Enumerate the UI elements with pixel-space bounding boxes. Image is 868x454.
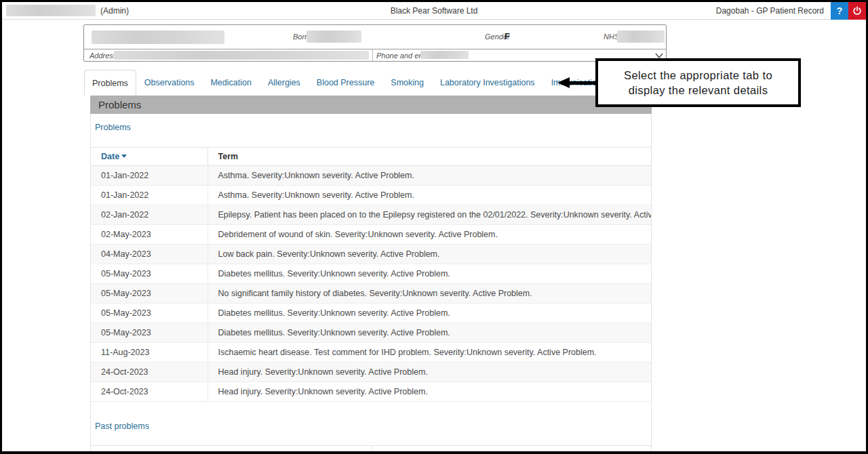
tab-allergies[interactable]: Allergies (260, 70, 309, 96)
past-term-column-header[interactable]: Term (372, 446, 651, 454)
table-row: 11-Aug-2023Ischaemic heart disease. Test… (91, 343, 651, 363)
problem-term-cell: Head injury. Severity:Unknown severity. … (208, 382, 651, 402)
power-icon (852, 6, 862, 16)
redacted-birth-date (307, 30, 361, 43)
problem-date-cell: 05-May-2023 (91, 304, 208, 323)
address-label: Address (90, 51, 117, 60)
problem-date-cell: 02-May-2023 (91, 225, 208, 245)
problem-term-cell: Diabetes mellitus. Severity:Unknown seve… (208, 264, 651, 284)
past-date-column-header[interactable]: Date (91, 446, 372, 454)
tab-blood-pressure[interactable]: Blood Pressure (309, 70, 382, 96)
problem-term-cell: Ischaemic heart disease. Test comment fo… (208, 343, 651, 363)
tab-laboratory-investigations[interactable]: Laboratory Investigations (432, 70, 543, 96)
table-row: 02-Jan-2022Epilepsy. Patient has been pl… (91, 205, 651, 225)
problem-date-cell: 02-Jan-2022 (91, 205, 208, 225)
redacted-address (114, 51, 369, 60)
banner-divider (372, 49, 373, 61)
redacted-phone-email (420, 51, 469, 59)
problem-term-cell: Head injury. Severity:Unknown severity. … (208, 363, 651, 382)
redacted-patient-name (92, 30, 224, 44)
problem-term-cell: No significant family history of diabete… (208, 284, 651, 304)
past-problems-table: Date Term (91, 445, 651, 454)
problem-date-cell: 05-May-2023 (91, 284, 208, 304)
problem-date-cell: 05-May-2023 (91, 264, 208, 284)
patient-banner-main-row: Born Gender F NHS (84, 25, 666, 49)
table-row: 05-May-2023No significant family history… (91, 284, 651, 304)
problem-date-cell: 01-Jan-2022 (91, 186, 208, 205)
table-row: 01-Jan-2022Asthma. Severity:Unknown seve… (91, 186, 651, 205)
tab-smoking[interactable]: Smoking (382, 70, 432, 96)
problems-section-link[interactable]: Problems (95, 123, 131, 132)
problem-term-cell: Debridement of wound of skin. Severity:U… (208, 225, 651, 245)
table-row: 01-Jan-2022Asthma. Severity:Unknown seve… (91, 166, 651, 186)
past-problems-link[interactable]: Past problems (95, 421, 149, 431)
annotation-callout: Select the appropriate tab to display th… (595, 58, 801, 107)
problem-term-cell: Diabetes mellitus. Severity:Unknown seve… (208, 323, 651, 343)
top-bar: (Admin) Black Pear Software Ltd Dagobah … (2, 2, 866, 20)
patient-banner: Born Gender F NHS Address Phone and emai… (83, 24, 667, 62)
app-title: Dagobah - GP Patient Record (716, 6, 824, 16)
redacted-nhs-number (617, 30, 665, 43)
term-column-header[interactable]: Term (208, 148, 651, 166)
problem-date-cell: 24-Oct-2023 (91, 363, 208, 382)
logout-button[interactable] (848, 2, 866, 20)
date-column-header[interactable]: Date (91, 148, 208, 166)
annotation-line-1: Select the appropriate tab to (624, 68, 772, 83)
question-mark-icon: ? (837, 5, 843, 16)
tab-observations[interactable]: Observations (136, 70, 203, 96)
problem-term-cell: Epilepsy. Patient has been placed on to … (208, 205, 651, 225)
panel-header: Problems (90, 96, 652, 114)
annotation-arrow-shaft (569, 81, 596, 85)
problem-term-cell: Asthma. Severity:Unknown severity. Activ… (208, 186, 651, 205)
table-row: 05-May-2023Diabetes mellitus. Severity:U… (91, 304, 651, 323)
table-row: 05-May-2023Diabetes mellitus. Severity:U… (91, 264, 651, 284)
table-row: 04-May-2023Low back pain. Severity:Unkno… (91, 245, 651, 264)
problem-date-cell: 01-Jan-2022 (91, 166, 208, 186)
problems-table-body: 01-Jan-2022Asthma. Severity:Unknown seve… (91, 166, 651, 402)
table-row: 24-Oct-2023Head injury. Severity:Unknown… (91, 382, 651, 402)
sort-desc-icon (121, 154, 127, 158)
app-window: (Admin) Black Pear Software Ltd Dagobah … (0, 0, 868, 454)
tab-medication[interactable]: Medication (202, 70, 259, 96)
problem-term-cell: Diabetes mellitus. Severity:Unknown seve… (208, 304, 651, 323)
annotation-line-2: display the relevant details (629, 83, 768, 98)
table-row: 02-May-2023Debridement of wound of skin.… (91, 225, 651, 245)
table-row: 24-Oct-2023Head injury. Severity:Unknown… (91, 363, 651, 382)
patient-banner-contact-row: Address Phone and email (84, 49, 666, 61)
problems-table-header-row: Date Term (91, 148, 651, 166)
problem-term-cell: Low back pain. Severity:Unknown severity… (208, 245, 651, 264)
problem-date-cell: 05-May-2023 (91, 323, 208, 343)
tab-bar: ProblemsObservationsMedicationAllergiesB… (84, 70, 614, 96)
problem-date-cell: 04-May-2023 (91, 245, 208, 264)
problems-table: Date Term 01-Jan-2022Asthma. Severity:Un… (91, 147, 651, 402)
tab-problems[interactable]: Problems (84, 70, 136, 96)
table-row: 05-May-2023Diabetes mellitus. Severity:U… (91, 323, 651, 343)
problem-term-cell: Asthma. Severity:Unknown severity. Activ… (208, 166, 651, 186)
panel-body: Problems Date Term 01-Jan-2022Asthma. Se… (90, 114, 652, 454)
annotation-arrow-icon (557, 77, 570, 88)
gender-value: F (505, 31, 510, 41)
help-button[interactable]: ? (831, 2, 848, 20)
past-problems-header-row: Date Term (91, 446, 651, 454)
problem-date-cell: 24-Oct-2023 (91, 382, 208, 402)
problem-date-cell: 11-Aug-2023 (91, 343, 208, 363)
